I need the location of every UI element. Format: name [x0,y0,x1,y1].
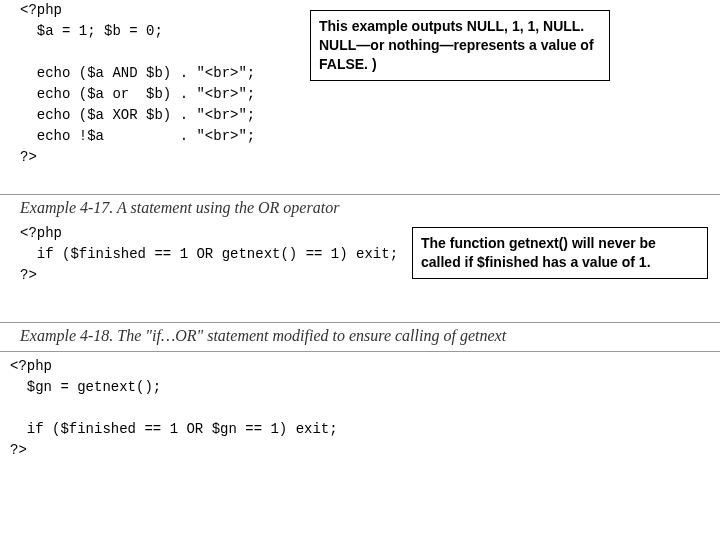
code-section-2: <?php if ($finished == 1 OR getnext() ==… [0,223,720,318]
code-section-1: <?php $a = 1; $b = 0; echo ($a AND $b) .… [0,0,720,190]
caption-4-17: Example 4-17. A statement using the OR o… [0,199,720,217]
separator [0,351,720,352]
annotation-1: This example outputs NULL, 1, 1, NULL. N… [310,10,610,81]
annotation-2: The function getnext() will never be cal… [412,227,708,279]
caption-4-18: Example 4-18. The "if…OR" statement modi… [0,327,720,345]
separator [0,194,720,195]
php-code-3: <?php $gn = getnext(); if ($finished == … [0,356,720,461]
code-section-3: <?php $gn = getnext(); if ($finished == … [0,356,720,540]
separator [0,322,720,323]
